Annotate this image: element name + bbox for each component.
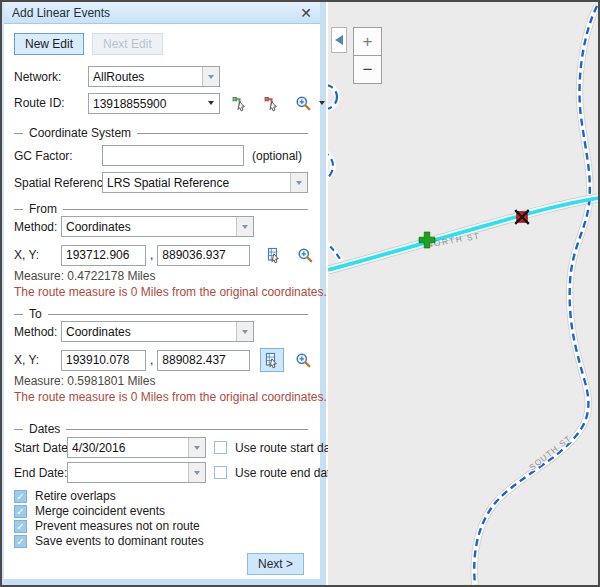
zoom-in-button[interactable]: + [353, 27, 382, 56]
start-date-dropdown-button[interactable] [188, 438, 205, 457]
use-route-end-date-checkbox[interactable] [214, 466, 227, 479]
prevent-measures-label: Prevent measures not on route [35, 519, 200, 533]
coordinate-system-legend: Coordinate System [14, 126, 308, 140]
close-icon[interactable]: ✕ [300, 6, 312, 20]
to-method-row: Method: Coordinates [14, 321, 254, 342]
to-method-select[interactable]: Coordinates [61, 321, 254, 342]
to-legend: To [14, 307, 308, 321]
to-x-input[interactable] [61, 350, 146, 371]
use-route-end-date-label: Use route end date [235, 466, 337, 480]
chevron-down-icon [242, 225, 248, 229]
coordinate-table-icon [265, 246, 283, 264]
chevron-down-icon [194, 446, 200, 450]
merge-coincident-events-checkbox[interactable]: ✓ [14, 505, 27, 518]
map-graphics: NORTH ST SOUTH ST [328, 2, 598, 585]
from-xy-label: X, Y: [14, 248, 61, 262]
option-row: ✓ Retire overlaps [14, 489, 116, 503]
end-date-label: End Date: [14, 466, 67, 480]
route-id-select[interactable]: 13918855900 [88, 93, 220, 114]
from-measure-warning: The route measure is 0 Miles from the or… [14, 285, 327, 299]
xy-separator: , [150, 248, 153, 262]
new-edit-button[interactable]: New Edit [14, 33, 84, 55]
next-button[interactable]: Next > [247, 553, 304, 575]
retire-overlaps-checkbox[interactable]: ✓ [14, 490, 27, 503]
route-id-row: Route ID: 13918855900 [14, 91, 325, 115]
spatial-reference-row: Spatial Reference: LRS Spatial Reference [14, 172, 308, 193]
network-value: AllRoutes [89, 67, 202, 86]
route-id-value: 13918855900 [89, 94, 202, 113]
end-date-row: End Date: Use route end date [14, 462, 337, 483]
from-method-dropdown-button[interactable] [236, 217, 253, 236]
chevron-down-icon [296, 181, 302, 185]
zoom-to-route-button[interactable] [292, 92, 314, 114]
to-measure-warning: The route measure is 0 Miles from the or… [14, 390, 327, 404]
start-date-select[interactable]: 4/30/2016 [67, 437, 206, 458]
edit-buttons-row: New Edit Next Edit [14, 33, 163, 55]
gc-factor-input[interactable] [102, 145, 244, 166]
route-stub-dashed [328, 239, 341, 261]
route-select-green-icon [231, 94, 249, 112]
start-date-value: 4/30/2016 [68, 438, 188, 457]
chevron-down-icon [194, 471, 200, 475]
from-method-select[interactable]: Coordinates [61, 216, 254, 237]
xy-separator: , [150, 353, 153, 367]
chevron-down-icon [208, 75, 214, 79]
select-from-route-button[interactable] [228, 91, 252, 115]
retire-overlaps-label: Retire overlaps [35, 489, 116, 503]
prevent-measures-checkbox[interactable]: ✓ [14, 520, 27, 533]
magnifier-plus-icon [295, 95, 311, 111]
next-edit-button[interactable]: Next Edit [92, 33, 163, 55]
use-route-start-date-label: Use route start date [235, 441, 340, 455]
start-date-row: Start Date: 4/30/2016 Use route start da… [14, 437, 340, 458]
select-to-route-button[interactable] [260, 91, 284, 115]
from-y-input[interactable] [157, 245, 250, 266]
route-id-dropdown-button[interactable] [202, 94, 219, 113]
magnifier-plus-icon [297, 247, 313, 263]
from-method-label: Method: [14, 220, 61, 234]
route-id-label: Route ID: [14, 96, 88, 110]
to-xy-row: X, Y: , [14, 348, 314, 372]
panel-title: Add Linear Events [12, 6, 110, 20]
magnifier-plus-icon [295, 352, 311, 368]
to-method-label: Method: [14, 325, 61, 339]
network-dropdown-button[interactable] [202, 67, 219, 86]
gc-factor-optional-hint: (optional) [252, 149, 302, 163]
to-y-input[interactable] [157, 350, 250, 371]
merge-coincident-events-label: Merge coincident events [35, 504, 165, 518]
network-label: Network: [14, 70, 88, 84]
gc-factor-row: GC Factor: (optional) [14, 145, 302, 166]
to-zoom-button[interactable] [292, 349, 314, 371]
network-row: Network: AllRoutes [14, 66, 220, 87]
gc-factor-label: GC Factor: [14, 149, 102, 163]
map-canvas[interactable]: NORTH ST SOUTH ST + − [328, 2, 598, 585]
zoom-out-button[interactable]: − [353, 55, 382, 84]
zoom-options-dropdown[interactable] [319, 101, 325, 105]
spatial-reference-select[interactable]: LRS Spatial Reference [102, 172, 308, 193]
option-row: ✓ Prevent measures not on route [14, 519, 200, 533]
to-pick-coordinates-button[interactable] [260, 348, 284, 372]
to-measure-text: Measure: 0.5981801 Miles [14, 374, 155, 388]
from-zoom-button[interactable] [294, 244, 316, 266]
panel-title-bar: Add Linear Events ✕ [4, 2, 320, 24]
chevron-down-icon [208, 101, 214, 105]
from-legend: From [14, 202, 308, 216]
start-date-label: Start Date: [14, 441, 67, 455]
to-method-dropdown-button[interactable] [236, 322, 253, 341]
end-date-select[interactable] [67, 462, 206, 483]
end-date-dropdown-button[interactable] [188, 463, 205, 482]
network-select[interactable]: AllRoutes [88, 66, 220, 87]
chevron-left-icon [335, 35, 343, 45]
save-events-dominant-checkbox[interactable]: ✓ [14, 535, 27, 548]
from-measure-text: Measure: 0.4722178 Miles [14, 269, 155, 283]
route-select-red-icon [263, 94, 281, 112]
end-date-value [68, 463, 188, 482]
use-route-start-date-checkbox[interactable] [214, 441, 227, 454]
from-method-value: Coordinates [62, 217, 236, 236]
map-zoom-control: + − [353, 27, 382, 84]
from-x-input[interactable] [61, 245, 146, 266]
chevron-down-icon [319, 101, 325, 105]
spatial-reference-dropdown-button[interactable] [290, 173, 307, 192]
option-row: ✓ Merge coincident events [14, 504, 165, 518]
collapse-panel-button[interactable] [331, 27, 347, 53]
from-pick-coordinates-button[interactable] [262, 243, 286, 267]
